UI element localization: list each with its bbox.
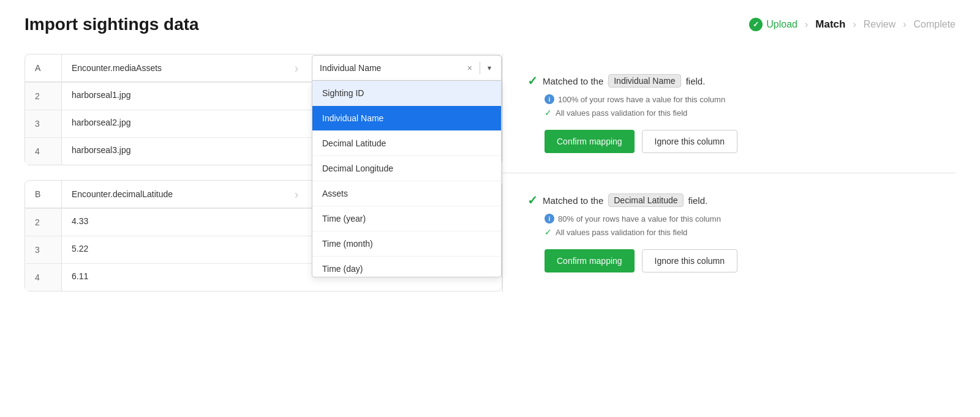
ignore-column-button-2[interactable]: Ignore this column xyxy=(642,249,737,272)
arrow-connector-1: › xyxy=(281,61,312,75)
left-panel: A Encounter.mediaAssets › Individual Nam… xyxy=(24,54,502,292)
info-icon-2-1: i xyxy=(545,214,554,224)
table-card-1: A Encounter.mediaAssets › Individual Nam… xyxy=(24,54,502,165)
right-panel: ✓ Matched to the Individual Name field. … xyxy=(502,54,956,292)
success-icon-1-2: ✓ xyxy=(545,108,552,118)
confirm-mapping-button-2[interactable]: Confirm mapping xyxy=(545,249,635,272)
info-icon-1-1: i xyxy=(545,94,554,104)
step-match: Match xyxy=(815,18,845,31)
match-check-icon-1: ✓ xyxy=(527,73,538,88)
table-header-row-1: A Encounter.mediaAssets › Individual Nam… xyxy=(25,54,502,82)
dropdown-item-time-day[interactable]: Time (day) xyxy=(312,257,501,277)
dropdown-divider-v-1 xyxy=(480,62,480,74)
row-num-2-3: 3 xyxy=(25,236,62,263)
info-text-1-1: 100% of your rows have a value for this … xyxy=(558,95,725,104)
info-line-1-2: ✓ All values pass validation for this fi… xyxy=(527,108,931,118)
right-section-2: ✓ Matched to the Decimal Latitude field.… xyxy=(503,173,956,292)
dropdown-item-decimal-longitude[interactable]: Decimal Longitude xyxy=(312,156,501,181)
info-text-2-1: 80% of your rows have a value for this c… xyxy=(558,214,721,224)
dropdown-item-individual-name[interactable]: Individual Name xyxy=(312,106,501,131)
step-divider-2: › xyxy=(853,19,856,30)
col-letter-1: A xyxy=(25,54,62,81)
stepper: ✓ Upload › Match › Review › Complete xyxy=(749,18,956,31)
upload-check-icon: ✓ xyxy=(749,18,763,31)
step-complete: Complete xyxy=(914,19,956,30)
row-num-2-2: 2 xyxy=(25,209,62,236)
confirm-mapping-button-1[interactable]: Confirm mapping xyxy=(545,130,635,153)
dropdown-trigger-text-1: Individual Name xyxy=(320,63,460,73)
row-num-1-3: 3 xyxy=(25,110,62,137)
chevron-down-icon-1[interactable]: ▾ xyxy=(485,62,494,73)
page-header: Import sightings data ✓ Upload › Match ›… xyxy=(24,15,956,34)
match-suffix-1: field. xyxy=(686,76,706,86)
page-title: Import sightings data xyxy=(24,15,199,34)
dropdown-item-time-month[interactable]: Time (month) xyxy=(312,231,501,257)
col-letter-2: B xyxy=(25,181,62,208)
dropdown-menu-inner-1[interactable]: Sighting ID Individual Name Decimal Lati… xyxy=(312,81,501,277)
action-buttons-2: Confirm mapping Ignore this column xyxy=(527,249,931,272)
step-divider-3: › xyxy=(903,19,906,30)
info-line-1-1: i 100% of your rows have a value for thi… xyxy=(527,94,931,104)
field-badge-1: Individual Name xyxy=(608,74,680,88)
info-line-2-1: i 80% of your rows have a value for this… xyxy=(527,214,931,224)
dropdown-item-decimal-latitude[interactable]: Decimal Latitude xyxy=(312,131,501,156)
step-review: Review xyxy=(864,19,895,30)
row-num-2-4: 4 xyxy=(25,264,62,291)
match-header-1: ✓ Matched to the Individual Name field. xyxy=(527,73,931,88)
success-icon-2-2: ✓ xyxy=(545,227,552,237)
field-badge-2: Decimal Latitude xyxy=(608,193,683,207)
main-content: A Encounter.mediaAssets › Individual Nam… xyxy=(24,54,956,292)
step-divider-1: › xyxy=(805,19,808,30)
match-text-2: Matched to the xyxy=(543,195,603,206)
row-num-1-2: 2 xyxy=(25,83,62,110)
dropdown-clear-1[interactable]: × xyxy=(465,62,475,74)
dropdown-menu-1: Sighting ID Individual Name Decimal Lati… xyxy=(312,81,502,277)
page-wrapper: Import sightings data ✓ Upload › Match ›… xyxy=(0,0,980,417)
dropdown-item-sighting-id[interactable]: Sighting ID xyxy=(312,81,501,106)
match-check-icon-2: ✓ xyxy=(527,193,538,208)
dropdown-trigger-1[interactable]: Individual Name × ▾ xyxy=(312,55,502,81)
action-buttons-1: Confirm mapping Ignore this column xyxy=(527,130,931,153)
dropdown-item-time-year[interactable]: Time (year) xyxy=(312,206,501,231)
dropdown-container-1: Individual Name × ▾ Sighting ID Individu… xyxy=(312,55,502,81)
step-upload: ✓ Upload xyxy=(749,18,797,31)
right-section-1: ✓ Matched to the Individual Name field. … xyxy=(503,54,956,173)
dropdown-item-assets[interactable]: Assets xyxy=(312,181,501,206)
match-text-1: Matched to the xyxy=(543,76,603,86)
row-num-1-4: 4 xyxy=(25,138,62,165)
info-line-2-2: ✓ All values pass validation for this fi… xyxy=(527,227,931,237)
match-suffix-2: field. xyxy=(688,195,708,206)
col-name-1: Encounter.mediaAssets xyxy=(62,54,281,81)
ignore-column-button-1[interactable]: Ignore this column xyxy=(642,130,737,153)
col-name-2: Encounter.decimalLatitude xyxy=(62,181,281,208)
info-text-1-2: All values pass validation for this fiel… xyxy=(556,108,687,118)
match-header-2: ✓ Matched to the Decimal Latitude field. xyxy=(527,193,931,208)
info-text-2-2: All values pass validation for this fiel… xyxy=(556,228,687,237)
arrow-connector-2: › xyxy=(281,187,312,201)
